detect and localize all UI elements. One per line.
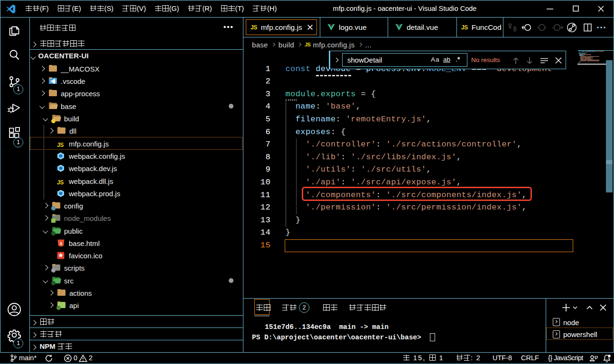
svg-text:5: 5 [60, 241, 62, 246]
